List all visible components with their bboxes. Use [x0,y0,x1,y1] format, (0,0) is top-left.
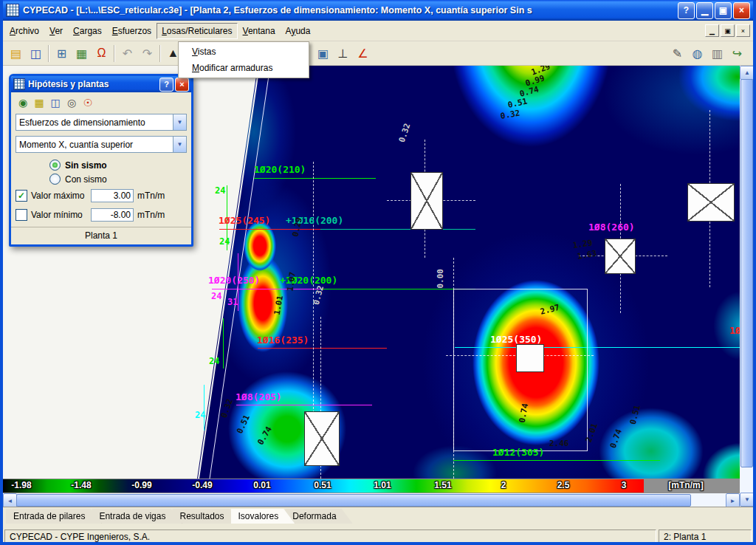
tab-isovalores[interactable]: Isovalores [231,509,295,524]
sin-sismo-option[interactable]: Sin sismo [16,158,187,172]
valor-maximo-input[interactable] [91,189,134,202]
vertical-scrollbar[interactable]: ▲ ▼ [740,66,753,507]
cype-omega-icon[interactable]: Ω [92,44,111,64]
dialog-title: Hipótesis y plantas [28,79,158,89]
scroll-left-icon[interactable]: ◄ [3,493,17,508]
palette-icon[interactable]: ▦ [32,95,47,110]
bug-icon[interactable]: ☉ [80,95,95,110]
rebar-label: 1Ø8(260) [588,222,635,232]
dialog-help-button[interactable]: ? [159,78,173,92]
con-sismo-option[interactable]: Con sismo [16,172,187,186]
rebar-label: 1Ø20(250) [208,275,260,285]
scale-tick: 2 [501,480,506,490]
tab-entrada-de-vigas[interactable]: Entrada de vigas [92,509,182,524]
angle-icon[interactable]: ∠ [353,44,373,64]
valor-maximo-checkbox[interactable]: ✓ [16,190,27,202]
combo-dropdown-icon[interactable]: ▼ [173,114,186,130]
hypothesis-type-combo[interactable]: Esfuerzos de dimensionamiento ▼ [16,114,187,131]
toolbar-separator [114,45,115,62]
print-icon[interactable]: ◍ [687,44,707,64]
contour-value-label: 0.74 [256,425,273,446]
tab-deformada[interactable]: Deformada [285,509,352,524]
combo-dropdown-icon[interactable]: ▼ [173,137,186,152]
mdi-minimize-button[interactable]: ▁ [705,24,719,37]
scale-tick: 2.5 [557,480,570,490]
minimize-button[interactable]: ▁ [696,2,713,19]
status-message: CYPECAD - CYPE Ingenieros, S.A. [4,529,656,544]
window-title: CYPECAD - [L:\...\ESC_reticular.c3e] - [… [23,5,676,16]
con-sismo-label: Con sismo [65,174,107,185]
hypothesis-icon[interactable]: ◉ [16,95,30,110]
contour-value-label: 0.00 [436,269,444,289]
hypotheses-floors-dialog: Hipótesis y plantas ? × ◉▦◫◎☉ Esfuerzos … [9,74,193,247]
tab-resultados[interactable]: Resultados [172,509,240,524]
horizontal-scroll-thumb[interactable] [16,494,691,507]
grid-icon[interactable]: ▦ [72,44,92,64]
contour-value-label: 2.46 [549,439,569,448]
pen-config-icon[interactable]: ✎ [667,44,687,64]
contour-value-label: 1.29 [572,239,593,250]
context-item-vistas[interactable]: Vistas [180,44,307,60]
open-icon[interactable]: ▤ [6,44,26,64]
valor-minimo-checkbox[interactable] [16,209,27,221]
radio-unselected-icon [49,174,61,185]
context-item-modificar-armaduras[interactable]: Modificar armaduras [180,60,307,76]
magnitude-value: Momento X, cuantía superior [16,140,173,150]
menu-item-esfuerzos[interactable]: Esfuerzos [107,23,157,39]
zoom-icon[interactable]: ◎ [64,95,79,110]
redo-icon[interactable]: ↷ [137,44,157,64]
results-table-icon[interactable]: ⊞ [52,44,72,64]
perpendicular-icon[interactable]: ⊥ [333,44,353,64]
contour-value-label: 2.97 [540,304,560,316]
contour-value-label: 0.51 [236,414,251,435]
save-icon[interactable]: ◫ [26,44,46,64]
valor-minimo-row: Valor mínimo mTn/m [16,205,187,224]
contour-value-label: 0.74 [518,402,529,423]
toolbar-separator [159,45,161,62]
menu-item-archivo[interactable]: Archivo [4,23,44,39]
menu-item-cargas[interactable]: Cargas [68,23,107,39]
menu-item-ventana[interactable]: Ventana [238,23,281,39]
contour-value-label: 0.32 [312,284,325,305]
undo-icon[interactable]: ↶ [117,44,137,64]
dimension-label: 24 [211,292,221,301]
maximize-button[interactable]: ▣ [715,2,732,19]
title-bar[interactable]: CYPECAD - [L:\...\ESC_reticular.c3e] - [… [3,0,753,21]
mdi-restore-button[interactable]: ▣ [721,24,735,37]
horizontal-scrollbar[interactable]: ◄ ► [3,493,740,507]
sheets-icon[interactable]: ▥ [707,44,727,64]
help-button[interactable]: ? [678,2,695,19]
scroll-down-icon[interactable]: ▼ [740,493,755,507]
export-icon[interactable]: ↪ [727,44,747,64]
scale-tick: 0.01 [253,480,270,490]
contour-value-label: 1.63 [577,249,597,260]
mdi-close-button[interactable]: × [736,24,750,37]
close-button[interactable]: × [733,2,750,19]
sin-sismo-label: Sin sismo [65,160,107,171]
scroll-up-icon[interactable]: ▲ [740,66,755,80]
valor-minimo-input[interactable] [91,208,134,222]
menu-item-ver[interactable]: Ver [44,23,68,39]
contour-value-label: 0.74 [609,428,623,450]
main-toolbar: ▤◫⊞▦Ω↶↷▲⇑⇕ ▣⊥∠ ✎◍▥↪ [3,41,753,66]
dialog-title-bar[interactable]: Hipótesis y plantas ? × [11,76,191,92]
scroll-right-icon[interactable]: ► [726,493,740,508]
contour-value-label: 1.07 [286,271,298,292]
dialog-icon [13,78,25,90]
current-floor-label: Planta 1 [11,227,191,244]
contour-value-label: 0.29 [292,216,303,237]
layers-icon[interactable]: ◫ [48,95,63,110]
dialog-close-button[interactable]: × [175,78,189,92]
tab-entrada-de-pilares[interactable]: Entrada de pilares [6,509,101,524]
views-icon[interactable]: ▣ [313,44,333,64]
rebar-label: 1Ø25(350) [490,335,542,344]
toolbar-right-group: ✎◍▥↪ [667,41,747,65]
magnitude-combo[interactable]: Momento X, cuantía superior ▼ [16,136,187,153]
menu-item-losas-reticulares[interactable]: Losas/Reticulares [157,23,237,39]
rebar-label: 1Ø20(210) [254,165,306,174]
losas-reticulares-menu: VistasModificar armaduras [178,41,309,78]
cypecad-window: CYPECAD - [L:\...\ESC_reticular.c3e] - [… [0,0,756,545]
status-bar: CYPECAD - CYPE Ingenieros, S.A. 2: Plant… [3,528,753,545]
vertical-scroll-thumb[interactable] [740,79,753,467]
menu-item-ayuda[interactable]: Ayuda [281,23,316,39]
